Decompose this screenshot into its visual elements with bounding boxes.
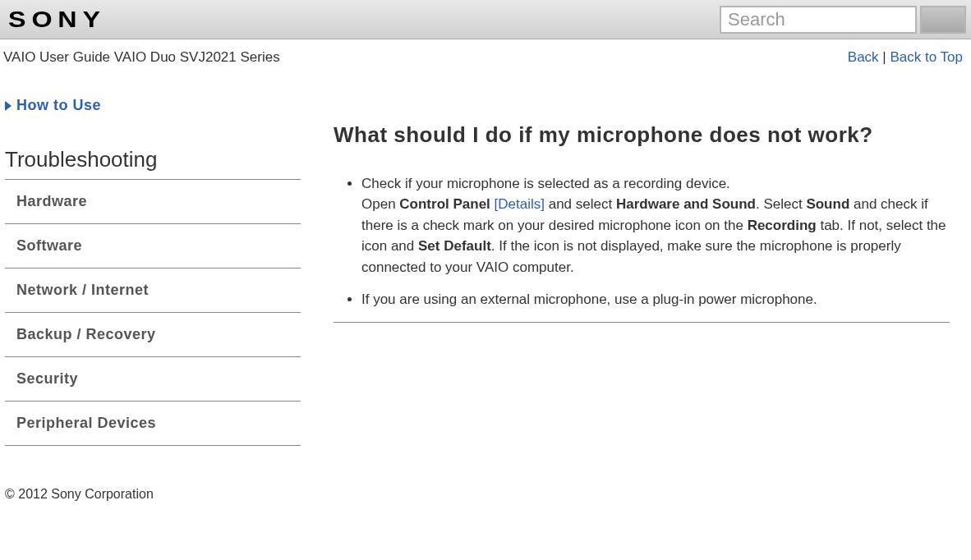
sidebar-item-peripheral-devices[interactable]: Peripheral Devices	[5, 402, 301, 446]
subheader: VAIO User Guide VAIO Duo SVJ2021 Series …	[0, 39, 971, 72]
article-divider	[334, 322, 950, 323]
sidebar-item-label: Security	[16, 370, 78, 387]
list-item: Check if your microphone is selected as …	[361, 173, 950, 278]
back-link[interactable]: Back	[848, 49, 879, 65]
search-container	[720, 6, 966, 34]
sidebar-item-hardware[interactable]: Hardware	[5, 180, 301, 224]
bold-text: Hardware and Sound	[616, 196, 756, 212]
main-article: What should I do if my microphone does n…	[334, 97, 966, 446]
sidebar-item-software[interactable]: Software	[5, 224, 301, 269]
search-button[interactable]	[920, 6, 966, 34]
bold-text: Sound	[806, 196, 849, 212]
sidebar: How to Use Troubleshooting Hardware Soft…	[5, 97, 301, 446]
bold-text: Control Panel	[399, 196, 490, 212]
how-to-use-label: How to Use	[16, 97, 101, 114]
article-text: . Select	[756, 196, 806, 212]
arrow-right-icon	[5, 101, 12, 111]
details-link[interactable]: [Details]	[495, 196, 545, 212]
copyright-text: © 2012 Sony Corporation	[5, 487, 154, 501]
article-text: and select	[545, 196, 616, 212]
list-item: If you are using an external microphone,…	[361, 289, 950, 310]
how-to-use-link[interactable]: How to Use	[5, 97, 301, 114]
sidebar-item-backup-recovery[interactable]: Backup / Recovery	[5, 313, 301, 357]
footer: © 2012 Sony Corporation	[0, 454, 971, 518]
sidebar-item-label: Hardware	[16, 193, 87, 209]
content-area: How to Use Troubleshooting Hardware Soft…	[0, 72, 971, 454]
sidebar-item-label: Network / Internet	[16, 282, 149, 298]
article-text: Check if your microphone is selected as …	[361, 176, 730, 191]
nav-links: Back | Back to Top	[848, 49, 963, 66]
sidebar-item-security[interactable]: Security	[5, 357, 301, 402]
bold-text: Set Default	[418, 238, 491, 254]
search-input[interactable]	[720, 6, 917, 34]
bold-text: Recording	[748, 218, 817, 233]
sony-logo: SONY	[8, 7, 106, 33]
article-list: Check if your microphone is selected as …	[334, 173, 950, 310]
back-to-top-link[interactable]: Back to Top	[890, 49, 963, 65]
sidebar-item-label: Peripheral Devices	[16, 415, 156, 431]
article-text: Open	[361, 196, 399, 212]
article-text: If you are using an external microphone,…	[361, 291, 817, 307]
sidebar-section-title: Troubleshooting	[5, 147, 301, 180]
article-title: What should I do if my microphone does n…	[334, 122, 950, 149]
sidebar-item-label: Backup / Recovery	[16, 326, 156, 342]
sidebar-item-network-internet[interactable]: Network / Internet	[5, 269, 301, 313]
header-bar: SONY	[0, 0, 971, 39]
guide-title: VAIO User Guide VAIO Duo SVJ2021 Series	[3, 49, 280, 66]
sidebar-item-label: Software	[16, 237, 82, 254]
